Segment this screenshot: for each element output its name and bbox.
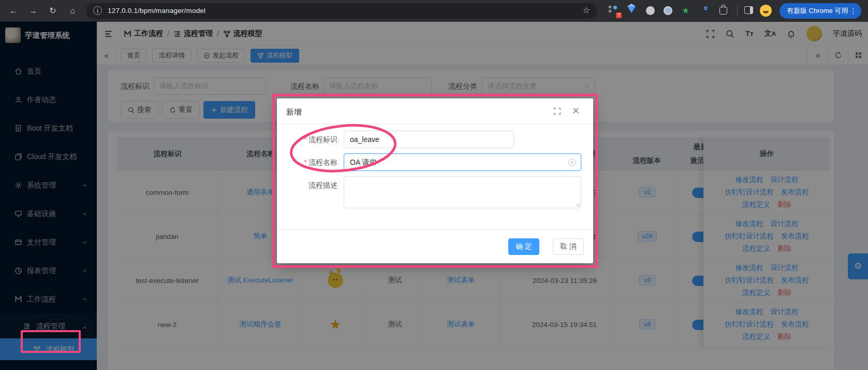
dialog-title: 新增 [286,107,302,117]
create-model-dialog: 新增 ✕ *流程标识 oa_leave *流程名称 OA 请假 ✕ 流程描述 确… [277,98,593,263]
clear-input-icon[interactable]: ✕ [568,159,576,166]
url-text[interactable]: 127.0.0.1/bpm/manager/model [108,7,205,15]
browser-toolbar: ← → ↻ ⌂ i 127.0.0.1/bpm/manager/model ☆ … [0,0,868,22]
browser-menu-icon[interactable]: ⋮ [849,3,857,19]
process-name-label: *流程名称 [281,153,337,171]
browser-reload-icon[interactable]: ↻ [47,5,59,17]
extension-icon[interactable]: ★ [682,6,692,16]
site-info-icon[interactable]: i [93,6,102,15]
dialog-header: 新增 ✕ [277,98,593,124]
chrome-update-label: 有新版 Chrome 可用 [787,7,848,15]
process-key-label: *流程标识 [281,131,337,148]
bookmark-star-icon[interactable]: ☆ [583,5,590,15]
extension-icon[interactable] [664,6,672,15]
side-panel-icon[interactable] [744,6,753,14]
address-bar[interactable]: i 127.0.0.1/bpm/manager/model ☆ [86,3,597,19]
dialog-process-name-input[interactable]: OA 请假 ✕ [344,153,581,171]
extension-icon[interactable]: » [701,6,711,16]
required-asterisk: * [304,158,307,166]
browser-profile-avatar[interactable] [760,5,772,17]
textarea-resize-handle[interactable] [575,202,580,207]
extension-icon[interactable] [646,6,655,15]
extensions-puzzle-icon[interactable] [719,7,727,15]
extension-icon[interactable]: 7 [609,6,619,16]
extension-badge: 7 [616,12,622,18]
screenshot-root: ← → ↻ ⌂ i 127.0.0.1/bpm/manager/model ☆ … [0,0,868,370]
confirm-button[interactable]: 确 定 [508,238,539,255]
dialog-process-key-input[interactable]: oa_leave [344,131,514,148]
cancel-button[interactable]: 取 消 [553,238,584,255]
dialog-process-description-textarea[interactable] [344,176,581,208]
toolbar-divider [737,5,738,17]
chrome-update-button[interactable]: 有新版 Chrome 可用 ⋮ [779,3,861,19]
browser-home-icon[interactable]: ⌂ [66,5,79,17]
process-description-label: 流程描述 [281,176,337,194]
browser-forward-icon[interactable]: → [27,5,39,17]
browser-back-icon[interactable]: ← [7,5,20,17]
dialog-close-icon[interactable]: ✕ [572,106,580,116]
dialog-footer: 确 定 取 消 [277,229,593,263]
dialog-fullscreen-icon[interactable] [553,107,561,115]
required-asterisk: * [304,135,307,144]
extension-icon[interactable] [627,6,636,13]
